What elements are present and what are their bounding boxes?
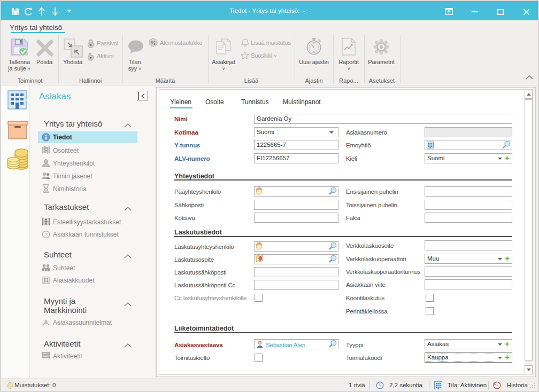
svg-text:?: ?	[44, 232, 47, 237]
